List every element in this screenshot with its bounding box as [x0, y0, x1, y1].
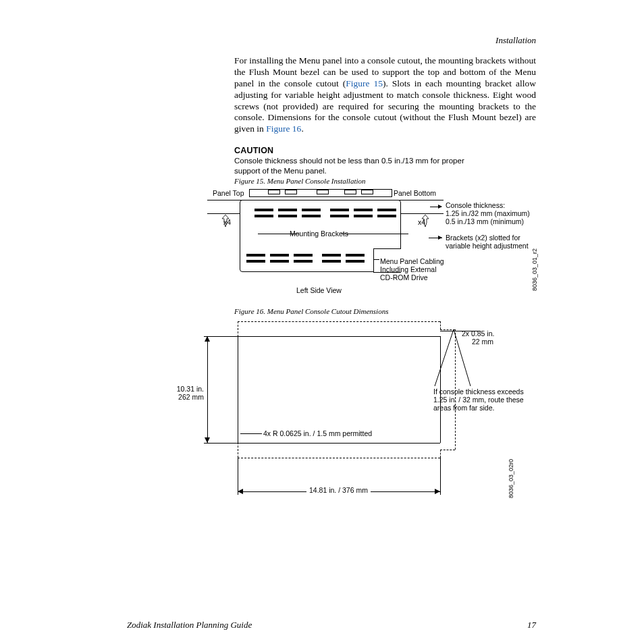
panel-top-label: Panel Top [213, 189, 244, 197]
fig15-drawing-no: 8036_03_01_r2 [531, 248, 538, 291]
footer: Zodiak Installation Planning Guide 17 [127, 620, 536, 630]
height-2: 262 mm [173, 393, 204, 402]
thick-note-3: areas from far side. [433, 404, 494, 412]
radius-note: 4x R 0.0625 in. / 1.5 mm permitted [263, 429, 372, 438]
x4-right-label: x4 [418, 218, 425, 226]
caution-label: CAUTION [234, 146, 273, 155]
figure-15-caption: Figure 15. Menu Panel Console Installati… [234, 177, 366, 185]
header-section: Installation [495, 35, 536, 46]
caution-block: CAUTIONConsole thickness should not be l… [234, 146, 536, 176]
caution-text: Console thickness should not be less tha… [234, 156, 491, 176]
brackets-2: variable height adjustment [446, 242, 529, 250]
body-text-c: . [301, 124, 303, 134]
console-thickness-2: 1.25 in./32 mm (maximum) [446, 209, 530, 217]
cabling-1: Menu Panel Cabling [380, 257, 444, 265]
cut-note-2: 22 mm [472, 338, 493, 346]
left-side-view: Left Side View [296, 286, 342, 294]
svg-line-0 [435, 329, 454, 386]
brackets-1: Brackets (x2) slotted for [446, 234, 520, 242]
footer-title: Zodiak Installation Planning Guide [127, 620, 252, 630]
console-thickness-1: Console thickness: [446, 201, 505, 209]
width-dim: 14.81 in. / 376 mm [306, 486, 371, 495]
cabling-2: Including External [380, 265, 436, 273]
mounting-brackets-label: Mounting Brackets [290, 230, 348, 238]
page-number: 17 [527, 620, 536, 630]
figure-16-caption: Figure 16. Menu Panel Console Cutout Dim… [234, 307, 388, 315]
figure-16: 2x 0.85 in. 22 mm 10.31 in. 262 mm If co… [177, 317, 541, 513]
x4-left-label: x4 [223, 218, 231, 226]
figure-15: Panel Top Panel Bottom x4 x4 Mounting Br… [214, 186, 535, 298]
body-paragraph: For installing the Menu panel into a con… [234, 55, 536, 135]
panel-bottom-label: Panel Bottom [394, 189, 436, 197]
console-thickness-3: 0.5 in./13 mm (minimum) [446, 217, 524, 225]
figure-15-link[interactable]: Figure 15 [346, 78, 383, 88]
fig16-drawing-no: 8036_03_02r0 [508, 459, 514, 498]
cabling-3: CD-ROM Drive [380, 273, 428, 281]
figure-16-link[interactable]: Figure 16 [266, 124, 301, 134]
